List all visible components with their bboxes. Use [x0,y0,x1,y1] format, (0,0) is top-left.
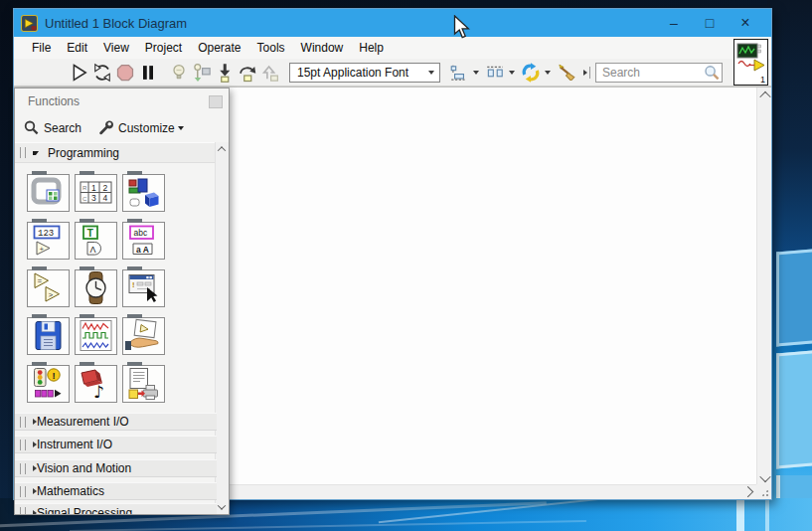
menu-window[interactable]: Window [293,38,352,58]
search-input[interactable] [596,66,703,80]
wallpaper-window-pane [776,350,812,468]
palette-search-button[interactable]: Search [44,121,81,135]
menu-view[interactable]: View [95,38,137,58]
desktop: Untitled 1 Block Diagram – □ × File Edit… [0,0,812,531]
scroll-down-arrow-icon[interactable] [757,470,772,485]
svg-text:1: 1 [91,183,96,193]
svg-text:a A: a A [136,245,149,255]
search-box[interactable] [595,63,723,83]
svg-text:123: 123 [38,229,54,239]
svg-text:3: 3 [91,193,96,203]
menu-tools[interactable]: Tools [249,38,293,58]
palette-section-vision-and-motion[interactable]: Vision and Motion [15,459,217,477]
vertical-scrollbar[interactable] [756,88,771,485]
palette-item-cluster-class-variant[interactable] [122,174,165,212]
palette-close-button[interactable] [209,95,223,108]
vi-icon-badge: 1 [760,75,765,85]
palette-item-array[interactable]: RC1234 [75,174,117,212]
abort-execution-icon [115,63,135,83]
menu-file[interactable]: File [24,38,59,58]
menu-project[interactable]: Project [137,38,190,58]
clean-up-diagram-icon[interactable] [557,63,576,83]
section-label: Instrument I/O [37,438,112,451]
minimize-button[interactable]: – [656,9,692,37]
distribute-dropdown-caret-icon[interactable] [509,71,515,75]
section-label: Vision and Motion [37,461,131,475]
menu-help[interactable]: Help [351,38,392,58]
run-icon[interactable] [70,63,89,83]
palette-section-programming[interactable]: Programming [15,142,217,163]
maximize-button[interactable]: □ [692,9,728,37]
palette-item-string[interactable]: abca A [122,222,165,260]
svg-text:4: 4 [103,193,108,203]
scroll-up-arrow-icon[interactable] [757,88,772,102]
reorder-dropdown-caret-icon[interactable] [545,71,551,75]
search-magnifier-icon[interactable] [703,64,721,82]
section-grip-icon [20,147,26,158]
palette-item-report-generation[interactable] [122,365,165,403]
palette-toolbar: Search Customize [15,114,229,141]
palette-item-numeric[interactable]: 123+ [27,222,70,260]
palette-section-instrument-io[interactable]: Instrument I/O [15,436,217,453]
close-button[interactable]: × [728,9,763,37]
palette-scrollbar[interactable] [215,142,229,514]
collapse-arrow-icon[interactable] [33,151,39,155]
step-over-icon[interactable] [238,63,257,83]
palette-item-timing[interactable] [75,269,117,307]
labview-app-icon [21,15,38,32]
section-label: Measurement I/O [37,415,129,429]
section-label: Mathematics [37,484,104,498]
chevron-down-icon [428,71,434,75]
palette-scroll-down-icon[interactable] [215,500,229,514]
align-dropdown-caret-icon[interactable] [473,71,479,75]
palette-item-boolean[interactable]: TΛ [75,222,117,260]
svg-text:T: T [87,227,94,239]
customize-dropdown-caret-icon[interactable] [178,126,184,130]
overflow-arrow-icon [583,70,587,76]
align-objects-icon[interactable] [449,63,469,83]
palette-item-synchronization[interactable]: ! [27,365,70,403]
section-label: Signal Processing [37,506,132,516]
window-controls: – □ × [656,9,763,37]
palette-customize-button[interactable]: Customize [118,121,175,135]
titlebar[interactable]: Untitled 1 Block Diagram – □ × [14,9,771,37]
menu-edit[interactable]: Edit [59,38,95,58]
palette-item-graphics-sound[interactable]: ♪ [75,365,117,403]
retain-wire-values-icon [192,63,212,83]
toolbar-overflow-handle[interactable] [583,67,590,79]
svg-text:!: ! [53,370,56,381]
palette-section-signal-processing[interactable]: Signal Processing [15,503,217,515]
pause-icon[interactable] [138,63,158,83]
section-grip-icon [20,417,26,428]
step-into-icon[interactable] [215,63,235,83]
font-selector[interactable]: 15pt Application Font [289,63,440,83]
palette-scroll-up-icon[interactable] [215,142,229,156]
scroll-right-arrow-icon[interactable] [741,485,756,500]
palette-item-dialog-user-interface[interactable]: ! [122,269,165,307]
run-continuously-icon[interactable] [92,63,112,83]
palette-item-file-io[interactable] [27,317,70,355]
svg-text:R: R [82,185,87,191]
svg-text:2: 2 [103,183,108,193]
palette-item-structures[interactable] [27,174,70,212]
highlight-execution-icon [169,63,189,83]
menu-operate[interactable]: Operate [190,38,248,58]
palette-item-waveform[interactable] [75,317,117,355]
svg-text:>: > [49,290,54,299]
palette-item-comparison[interactable]: => [27,269,70,307]
palette-section-measurement-io[interactable]: Measurement I/O [15,413,217,431]
window-title: Untitled 1 Block Diagram [45,16,187,31]
wallpaper-pane-edge [736,500,744,531]
functions-palette-title: Functions [28,94,80,108]
section-grip-icon [20,507,26,515]
palette-item-application-control[interactable] [122,317,165,355]
reorder-objects-icon[interactable] [521,63,541,83]
palette-customize-wrench-icon [97,119,114,136]
palette-section-mathematics[interactable]: Mathematics [15,482,217,500]
distribute-objects-icon[interactable] [485,63,505,83]
wallpaper-window-pane [776,249,812,346]
functions-palette-titlebar[interactable]: Functions [15,88,229,114]
section-grip-icon [20,463,26,474]
vi-icon[interactable]: 1 [733,39,768,86]
window-resize-grip[interactable] [756,484,771,499]
